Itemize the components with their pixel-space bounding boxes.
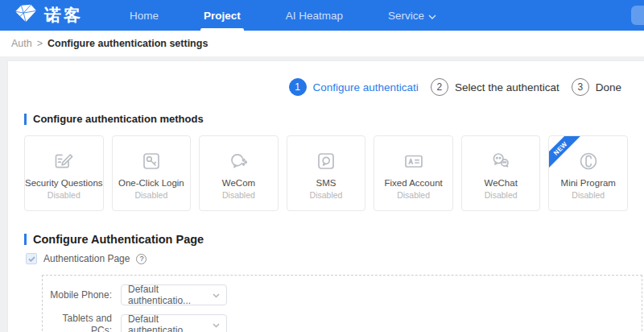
method-name: One-Click Login	[118, 178, 184, 188]
authentication-page-row: Authentication Page ?	[26, 253, 644, 264]
field-label: Tablets and PCs:	[43, 313, 112, 332]
nav-item-label: AI Heatmap	[286, 1, 343, 31]
breadcrumb-parent[interactable]: Auth	[11, 38, 32, 49]
new-badge-label: NEW	[549, 136, 583, 171]
step-3-done: 3 Done	[572, 78, 621, 96]
breadcrumb-current: Configure authentication settings	[47, 38, 208, 49]
method-name: SMS	[316, 178, 336, 188]
active-tab-indicator	[200, 28, 244, 31]
security-questions-icon	[51, 147, 76, 176]
card-wecom[interactable]: WeCom Disabled	[199, 135, 279, 211]
card-mini-program[interactable]: NEW Mini Program Disabled	[548, 135, 628, 211]
card-fixed-account[interactable]: Fixed Account Disabled	[374, 135, 453, 211]
method-status: Disabled	[572, 190, 605, 200]
auth-method-cards: Security Questions Disabled One-Click Lo…	[24, 135, 628, 211]
authentication-page-checkbox[interactable]	[26, 253, 37, 264]
checkbox-label: Authentication Page	[43, 253, 130, 264]
card-security-questions[interactable]: Security Questions Disabled	[24, 135, 104, 211]
breadcrumb: Auth > Configure authentication settings	[0, 31, 644, 56]
method-status: Disabled	[222, 190, 255, 200]
sms-icon	[313, 147, 339, 176]
card-one-click-login[interactable]: One-Click Login Disabled	[112, 135, 192, 211]
nav-item-label: Home	[130, 1, 159, 31]
main-navigation: Home Project AI Heatmap Service	[107, 0, 459, 31]
method-status: Disabled	[134, 190, 167, 200]
card-wechat[interactable]: WeChat Disabled	[461, 135, 541, 211]
method-name: Fixed Account	[384, 178, 442, 188]
help-icon[interactable]: ?	[136, 254, 147, 264]
field-label: Mobile Phone:	[43, 289, 112, 301]
method-name: Security Questions	[25, 178, 103, 188]
tablets-pcs-select[interactable]: Default authenticatio...	[121, 314, 227, 332]
step-label: Configure authenticati	[313, 81, 419, 93]
app-logo[interactable]: 诺客	[13, 3, 83, 27]
nav-item-service[interactable]: Service	[365, 0, 459, 31]
logo-text: 诺客	[44, 4, 83, 27]
nav-item-project[interactable]: Project	[181, 0, 263, 31]
fixed-account-icon	[401, 147, 427, 176]
nav-item-home[interactable]: Home	[107, 0, 181, 31]
breadcrumb-separator: >	[37, 38, 43, 49]
section-title: Configure Authentication Page	[33, 233, 204, 246]
gem-logo-icon	[13, 3, 39, 27]
methods-section-header: Configure authentication methods	[24, 113, 644, 125]
step-label: Done	[596, 81, 621, 93]
method-status: Disabled	[310, 190, 343, 200]
method-status: Disabled	[47, 190, 80, 200]
tablets-pcs-row: Tablets and PCs: Default authenticatio..…	[43, 313, 642, 332]
select-value: Default authenticatio...	[128, 284, 213, 306]
nav-item-label: Project	[204, 1, 241, 31]
auth-page-config-area: Mobile Phone: Default authenticatio... T…	[42, 275, 642, 332]
one-click-login-icon	[138, 147, 164, 176]
navbar-edge-button[interactable]	[631, 6, 644, 25]
step-number: 3	[572, 78, 589, 96]
method-status: Disabled	[397, 190, 430, 200]
nav-item-label: Service	[388, 1, 424, 31]
step-1-configure: 1 Configure authenticati	[289, 78, 419, 96]
step-number: 1	[289, 78, 307, 96]
step-label: Select the authenticat	[455, 81, 559, 93]
nav-item-ai-heatmap[interactable]: AI Heatmap	[263, 0, 365, 31]
mobile-phone-row: Mobile Phone: Default authenticatio...	[43, 284, 642, 305]
step-2-select: 2 Select the authenticat	[431, 78, 559, 96]
method-name: WeChat	[485, 178, 518, 188]
steps-indicator: 1 Configure authenticati 2 Select the au…	[8, 61, 644, 96]
wechat-icon	[488, 147, 514, 176]
auth-page-section-header: Configure Authentication Page	[24, 233, 644, 246]
chevron-down-icon	[213, 289, 220, 301]
wecom-icon	[225, 147, 251, 176]
section-accent-bar	[24, 234, 27, 245]
chevron-down-icon	[213, 319, 220, 330]
step-number: 2	[431, 78, 448, 96]
top-navbar: 诺客 Home Project AI Heatmap Service	[0, 0, 644, 31]
mobile-phone-select[interactable]: Default authenticatio...	[121, 284, 227, 305]
select-value: Default authenticatio...	[128, 313, 213, 332]
method-status: Disabled	[485, 190, 518, 200]
new-badge: NEW	[549, 136, 586, 173]
content-panel: 1 Configure authenticati 2 Select the au…	[8, 61, 644, 332]
chevron-down-icon	[428, 1, 436, 31]
page-background: 1 Configure authenticati 2 Select the au…	[0, 56, 644, 332]
card-sms[interactable]: SMS Disabled	[287, 135, 366, 211]
section-accent-bar	[24, 114, 27, 125]
method-name: WeCom	[222, 178, 255, 188]
method-name: Mini Program	[561, 178, 616, 188]
section-title: Configure authentication methods	[33, 113, 204, 125]
